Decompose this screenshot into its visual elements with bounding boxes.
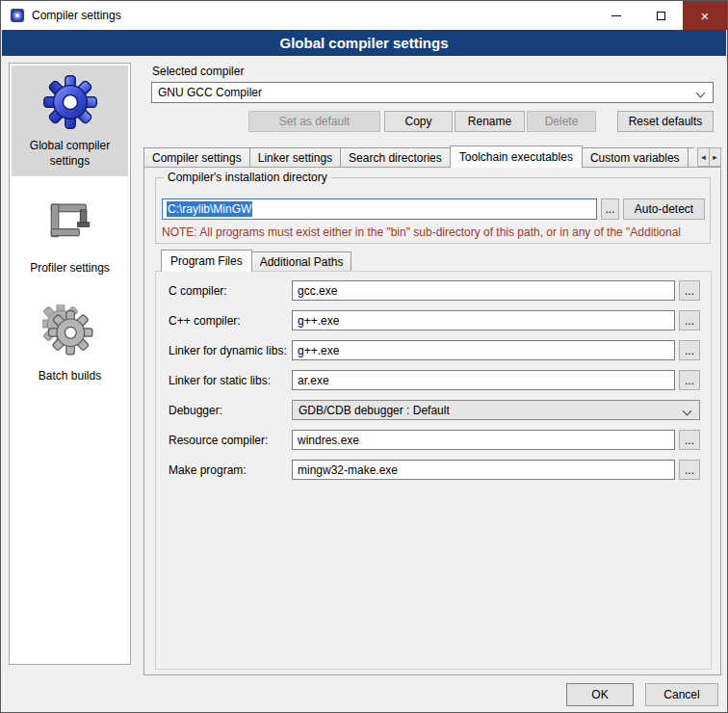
- rename-label: Rename: [468, 115, 511, 128]
- sidebar-item-batch-builds[interactable]: Batch builds: [12, 296, 128, 392]
- tab-scroll-buttons: ◂ ▸: [698, 147, 721, 167]
- set-as-default-label: Set as default: [279, 115, 350, 128]
- sidebar-item-label: Global compiler settings: [13, 139, 126, 169]
- copy-button[interactable]: Copy: [384, 111, 453, 132]
- delete-button[interactable]: Delete: [527, 111, 596, 132]
- scroll-left-icon: ◂: [701, 152, 706, 162]
- program-files-tabs: Program Files Additional Paths: [161, 250, 700, 272]
- static-linker-input[interactable]: [292, 370, 675, 390]
- cancel-label: Cancel: [663, 688, 699, 701]
- rename-button[interactable]: Rename: [455, 111, 525, 132]
- auto-detect-button[interactable]: Auto-detect: [623, 198, 705, 220]
- selected-compiler-label: Selected compiler: [152, 65, 244, 78]
- reset-defaults-label: Reset defaults: [629, 115, 703, 128]
- minimize-button[interactable]: [594, 1, 638, 30]
- cpp-compiler-browse-button[interactable]: ...: [679, 310, 700, 330]
- delete-label: Delete: [545, 115, 579, 128]
- debugger-value: GDB/CDB debugger : Default: [299, 404, 450, 417]
- c-compiler-row: C compiler: ...: [169, 280, 700, 301]
- bin-subdirectory-note: NOTE: All programs must exist either in …: [162, 225, 709, 239]
- cpp-compiler-row: C++ compiler: ...: [169, 310, 700, 330]
- dropdown-arrow-icon: [696, 89, 706, 98]
- tab-search-directories[interactable]: Search directories: [340, 147, 451, 167]
- dialog-header-title: Global compiler settings: [279, 35, 448, 51]
- tab-compiler-settings[interactable]: Compiler settings: [143, 147, 250, 167]
- clamp-icon: [42, 197, 98, 252]
- c-compiler-label: C compiler:: [169, 284, 292, 298]
- selected-compiler-value: GNU GCC Compiler: [158, 86, 262, 99]
- window-title: Compiler settings: [32, 9, 121, 22]
- sidebar-item-label: Batch builds: [39, 369, 101, 384]
- settings-category-list: Global compiler settings Profiler settin…: [9, 63, 131, 665]
- tab-custom-variables[interactable]: Custom variables: [582, 147, 689, 167]
- make-program-row: Make program: ...: [169, 460, 700, 480]
- resource-compiler-label: Resource compiler:: [169, 434, 292, 447]
- make-program-label: Make program:: [169, 463, 292, 477]
- cpp-compiler-input[interactable]: [292, 310, 675, 330]
- resource-compiler-browse-button[interactable]: ...: [679, 430, 700, 450]
- dialog-header: Global compiler settings: [2, 30, 726, 56]
- dynamic-linker-label: Linker for dynamic libs:: [169, 344, 292, 357]
- ok-label: OK: [591, 688, 608, 701]
- toolchain-program-rows: C compiler: ... C++ compiler: ... Linker…: [169, 280, 700, 489]
- sidebar-item-global-compiler-settings[interactable]: Global compiler settings: [12, 66, 128, 176]
- dynamic-linker-row: Linker for dynamic libs: ...: [169, 340, 700, 360]
- install-dir-input[interactable]: C:\raylib\MinGW: [162, 198, 597, 220]
- installation-directory-group-title: Compiler's installation directory: [164, 171, 331, 184]
- resource-compiler-row: Resource compiler: ...: [169, 430, 700, 450]
- tab-additional-paths[interactable]: Additional Paths: [251, 251, 352, 271]
- copy-label: Copy: [404, 115, 431, 128]
- make-program-input[interactable]: [292, 460, 675, 480]
- maximize-button[interactable]: [638, 1, 683, 30]
- sidebar-item-label: Profiler settings: [30, 261, 110, 277]
- debugger-label: Debugger:: [169, 404, 292, 417]
- static-linker-label: Linker for static libs:: [169, 374, 292, 387]
- compiler-settings-dialog: Compiler settings × Global compiler sett…: [0, 0, 728, 713]
- debugger-row: Debugger: GDB/CDB debugger : Default: [169, 400, 700, 420]
- compiler-settings-tabs: Compiler settings Linker settings Search…: [143, 145, 694, 168]
- window-controls: ×: [594, 1, 727, 30]
- c-compiler-input[interactable]: [292, 280, 675, 301]
- static-linker-browse-button[interactable]: ...: [679, 370, 700, 390]
- tab-program-files[interactable]: Program Files: [161, 250, 252, 272]
- ok-button[interactable]: OK: [566, 683, 634, 706]
- c-compiler-browse-button[interactable]: ...: [679, 280, 700, 301]
- install-dir-value: C:\raylib\MinGW: [167, 201, 252, 217]
- maximize-icon: [657, 12, 665, 20]
- scroll-right-icon: ▸: [713, 152, 717, 162]
- selected-compiler-dropdown[interactable]: GNU GCC Compiler: [151, 82, 714, 103]
- cancel-button[interactable]: Cancel: [645, 683, 718, 706]
- close-button[interactable]: ×: [683, 1, 727, 30]
- static-linker-row: Linker for static libs: ...: [169, 370, 700, 390]
- tab-linker-settings[interactable]: Linker settings: [249, 147, 341, 167]
- tab-toolchain-executables[interactable]: Toolchain executables: [450, 145, 583, 168]
- make-program-browse-button[interactable]: ...: [679, 460, 700, 480]
- minimize-icon: [611, 15, 621, 16]
- cpp-compiler-label: C++ compiler:: [169, 314, 292, 328]
- gray-gear-icon: [42, 304, 98, 360]
- sidebar-item-profiler-settings[interactable]: Profiler settings: [12, 188, 128, 284]
- app-icon: [10, 8, 25, 23]
- debugger-dropdown[interactable]: GDB/CDB debugger : Default: [292, 400, 700, 420]
- tab-scroll-right-button[interactable]: ▸: [709, 147, 721, 167]
- set-as-default-button[interactable]: Set as default: [248, 111, 380, 132]
- dropdown-arrow-icon: [683, 407, 692, 416]
- auto-detect-label: Auto-detect: [635, 202, 693, 216]
- tab-build-options[interactable]: Build: [688, 147, 694, 167]
- reset-defaults-button[interactable]: Reset defaults: [617, 111, 714, 132]
- close-icon: ×: [701, 8, 710, 24]
- title-bar: Compiler settings ×: [1, 1, 727, 30]
- dynamic-linker-browse-button[interactable]: ...: [679, 340, 700, 360]
- browse-install-dir-button[interactable]: ...: [601, 198, 619, 220]
- blue-gear-icon: [42, 74, 98, 130]
- dynamic-linker-input[interactable]: [292, 340, 675, 360]
- resource-compiler-input[interactable]: [292, 430, 675, 450]
